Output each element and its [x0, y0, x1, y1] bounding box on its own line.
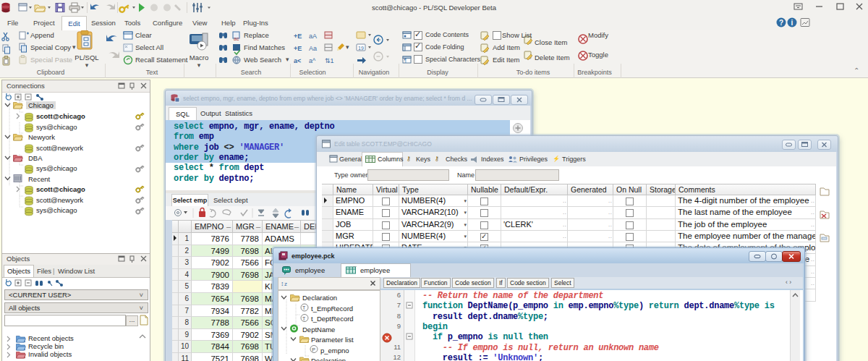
- svg-text:⇅1: ⇅1: [325, 57, 334, 64]
- svg-text:+E: +E: [294, 45, 302, 52]
- svg-text:T: T: [302, 316, 306, 321]
- svg-text:i: i: [791, 19, 793, 27]
- svg-text:↕: ↕: [281, 280, 284, 287]
- svg-text:P: P: [312, 347, 315, 352]
- svg-text:a<: a<: [294, 57, 301, 64]
- svg-text:z: z: [284, 281, 287, 287]
- svg-text:+E: +E: [294, 33, 302, 40]
- svg-text:aA: aA: [309, 33, 317, 40]
- svg-text:?: ?: [779, 19, 783, 27]
- svg-text:¶: ¶: [404, 58, 407, 63]
- svg-text:ac: ac: [234, 36, 239, 41]
- svg-text:a^: a^: [309, 57, 316, 64]
- svg-text:19: 19: [358, 46, 364, 51]
- svg-text:T: T: [302, 305, 306, 310]
- svg-text:Aa: Aa: [309, 45, 317, 52]
